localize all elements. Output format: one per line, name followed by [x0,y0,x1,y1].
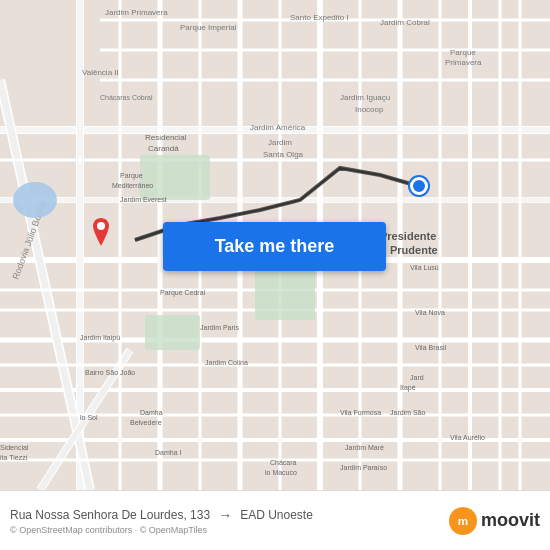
svg-text:Prudente: Prudente [390,244,438,256]
svg-text:Parque: Parque [450,48,476,57]
svg-text:Jardim: Jardim [268,138,292,147]
svg-text:Sidencial: Sidencial [0,444,29,451]
svg-text:Santa Olga: Santa Olga [263,150,304,159]
svg-text:Jardim Everest: Jardim Everest [120,196,167,203]
svg-rect-37 [140,155,210,200]
svg-rect-39 [145,315,200,350]
svg-text:Bairro São João: Bairro São João [85,369,135,376]
svg-text:Primavera: Primavera [445,58,482,67]
svg-point-84 [97,222,105,230]
svg-text:ita Tiezzi: ita Tiezzi [0,454,28,461]
route-info-container: Rua Nossa Senhora De Lourdes, 133 → EAD … [10,507,449,535]
svg-text:Damha: Damha [140,409,163,416]
destination-text: EAD Unoeste [240,508,313,522]
svg-point-40 [13,182,57,218]
route-info: Rua Nossa Senhora De Lourdes, 133 → EAD … [10,507,313,523]
svg-rect-38 [255,270,315,320]
svg-text:Chácaras Cobral: Chácaras Cobral [100,94,153,101]
svg-text:Jardim Iguaçu: Jardim Iguaçu [340,93,390,102]
svg-text:Presidente: Presidente [380,230,436,242]
svg-text:Jardim Itaipú: Jardim Itaipú [80,334,120,342]
svg-text:Chácara: Chácara [270,459,297,466]
svg-text:Parque: Parque [120,172,143,180]
svg-text:Jard: Jard [410,374,424,381]
moovit-label: moovit [481,510,540,531]
origin-text: Rua Nossa Senhora De Lourdes, 133 [10,508,210,522]
take-me-there-button[interactable]: Take me there [163,222,386,271]
svg-text:Mediterrâneo: Mediterrâneo [112,182,153,189]
svg-text:Jardim Primavera: Jardim Primavera [105,8,168,17]
svg-text:Vila Formosa: Vila Formosa [340,409,381,416]
svg-text:Santo Expedito I: Santo Expedito I [290,13,349,22]
svg-text:Belvedere: Belvedere [130,419,162,426]
svg-text:Jardim Paraíso: Jardim Paraíso [340,464,387,471]
svg-text:lo Macuco: lo Macuco [265,469,297,476]
svg-text:Carandá: Carandá [148,144,179,153]
svg-text:Valência II: Valência II [82,68,119,77]
svg-text:Itapé: Itapé [400,384,416,392]
svg-text:m: m [458,514,468,527]
svg-text:Jardim Maré: Jardim Maré [345,444,384,451]
svg-text:Jardim Paris: Jardim Paris [200,324,239,331]
svg-text:Vila Lusú: Vila Lusú [410,264,439,271]
map-container: Rodovia Júlio Budisk Jardim Primavera Pa… [0,0,550,490]
svg-text:Inocoop: Inocoop [355,105,384,114]
svg-text:Jardim São: Jardim São [390,409,426,416]
moovit-icon: m [449,507,477,535]
svg-text:Damha I: Damha I [155,449,182,456]
svg-text:Vila Aurélio: Vila Aurélio [450,434,485,441]
bottom-bar: Rua Nossa Senhora De Lourdes, 133 → EAD … [0,490,550,550]
arrow-icon: → [218,507,232,523]
svg-text:Parque Imperial: Parque Imperial [180,23,237,32]
svg-text:Parque Cedral: Parque Cedral [160,289,206,297]
svg-text:Jardim Colina: Jardim Colina [205,359,248,366]
svg-text:Residencial: Residencial [145,133,187,142]
svg-text:lo Sol: lo Sol [80,414,98,421]
moovit-logo: m moovit [449,507,540,535]
origin-pin [91,218,111,246]
svg-text:Vila Brasil: Vila Brasil [415,344,446,351]
svg-text:Vila Nova: Vila Nova [415,309,445,316]
svg-text:Jardim Cobral: Jardim Cobral [380,18,430,27]
svg-text:Jardim América: Jardim América [250,123,306,132]
copyright-text: © OpenStreetMap contributors · © OpenMap… [10,525,207,535]
destination-dot [410,177,428,195]
